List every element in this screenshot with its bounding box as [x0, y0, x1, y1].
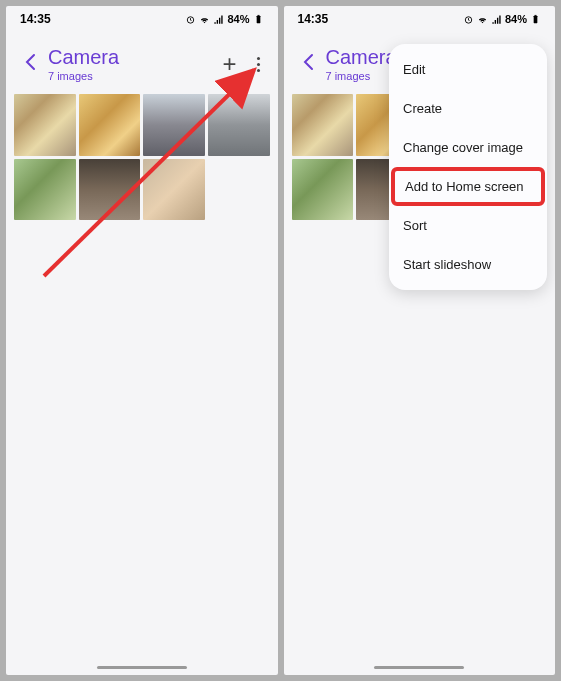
status-bar: 14:35 84%	[6, 6, 278, 30]
svg-rect-5	[534, 15, 538, 22]
wifi-icon	[477, 14, 488, 25]
add-button[interactable]: +	[222, 50, 236, 78]
status-indicators: 84%	[185, 13, 263, 25]
header-actions: +	[222, 50, 263, 78]
album-title: Camera	[48, 46, 214, 69]
home-indicator[interactable]	[97, 666, 187, 669]
status-time: 14:35	[298, 12, 329, 26]
signal-icon	[491, 14, 502, 25]
thumbnail[interactable]	[292, 94, 354, 156]
thumbnail[interactable]	[143, 159, 205, 221]
svg-rect-2	[257, 14, 259, 15]
thumbnail[interactable]	[79, 159, 141, 221]
alarm-icon	[463, 14, 474, 25]
album-header: Camera 7 images +	[6, 30, 278, 94]
back-button[interactable]	[298, 49, 318, 80]
menu-edit[interactable]: Edit	[389, 50, 547, 89]
battery-pct: 84%	[227, 13, 249, 25]
signal-icon	[213, 14, 224, 25]
wifi-icon	[199, 14, 210, 25]
thumbnail[interactable]	[14, 94, 76, 156]
menu-add-home-screen[interactable]: Add to Home screen	[391, 167, 545, 206]
svg-rect-1	[256, 15, 260, 22]
album-subtitle: 7 images	[48, 70, 214, 82]
thumbnail[interactable]	[79, 94, 141, 156]
battery-pct: 84%	[505, 13, 527, 25]
menu-slideshow[interactable]: Start slideshow	[389, 245, 547, 284]
thumbnail[interactable]	[292, 159, 354, 221]
phone-screen-right: 14:35 84% Camera 7 images Edit Create Ch…	[284, 6, 556, 675]
thumbnail[interactable]	[143, 94, 205, 156]
thumbnail[interactable]	[208, 94, 270, 156]
back-button[interactable]	[20, 49, 40, 80]
status-time: 14:35	[20, 12, 51, 26]
battery-icon	[253, 14, 264, 25]
more-button[interactable]	[255, 55, 262, 74]
menu-change-cover[interactable]: Change cover image	[389, 128, 547, 167]
menu-create[interactable]: Create	[389, 89, 547, 128]
status-indicators: 84%	[463, 13, 541, 25]
menu-sort[interactable]: Sort	[389, 206, 547, 245]
status-bar: 14:35 84%	[284, 6, 556, 30]
more-dropdown: Edit Create Change cover image Add to Ho…	[389, 44, 547, 290]
title-block: Camera 7 images	[48, 46, 214, 82]
alarm-icon	[185, 14, 196, 25]
home-indicator[interactable]	[374, 666, 464, 669]
thumbnail-grid	[6, 94, 278, 220]
phone-screen-left: 14:35 84% Camera 7 images +	[6, 6, 278, 675]
svg-rect-6	[535, 14, 537, 15]
battery-icon	[530, 14, 541, 25]
thumbnail[interactable]	[14, 159, 76, 221]
